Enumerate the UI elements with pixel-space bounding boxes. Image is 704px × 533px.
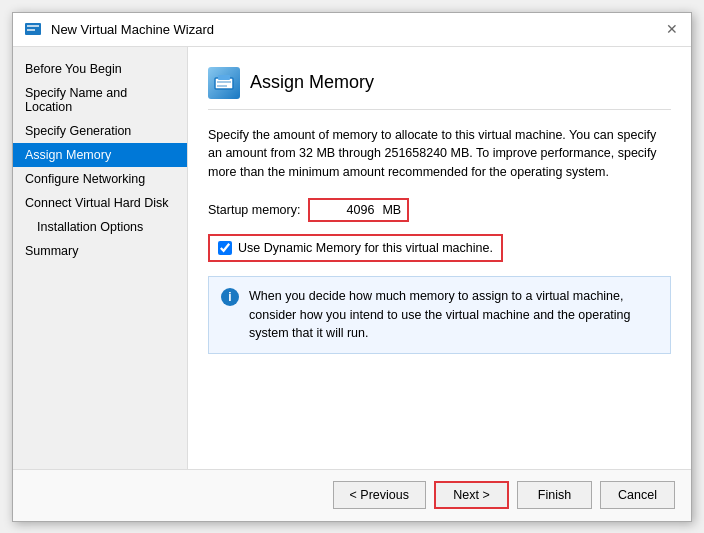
wizard-window: New Virtual Machine Wizard ✕ Before You … [12, 12, 692, 522]
footer: < Previous Next > Finish Cancel [13, 469, 691, 521]
page-title: Assign Memory [250, 72, 374, 93]
info-text: When you decide how much memory to assig… [249, 287, 658, 343]
info-box: i When you decide how much memory to ass… [208, 276, 671, 354]
sidebar-item-assign-memory[interactable]: Assign Memory [13, 143, 187, 167]
sidebar-item-installation-options[interactable]: Installation Options [13, 215, 187, 239]
main-content: Assign Memory Specify the amount of memo… [188, 47, 691, 469]
sidebar-item-before-you-begin[interactable]: Before You Begin [13, 57, 187, 81]
sidebar-item-specify-generation[interactable]: Specify Generation [13, 119, 187, 143]
sidebar-nav: Before You BeginSpecify Name and Locatio… [13, 57, 187, 263]
dynamic-memory-label[interactable]: Use Dynamic Memory for this virtual mach… [238, 241, 493, 255]
svg-rect-4 [218, 75, 230, 80]
main-description: Specify the amount of memory to allocate… [208, 126, 671, 182]
svg-rect-1 [27, 25, 39, 27]
content-area: Before You BeginSpecify Name and Locatio… [13, 47, 691, 469]
next-button[interactable]: Next > [434, 481, 509, 509]
cancel-button[interactable]: Cancel [600, 481, 675, 509]
startup-memory-input-wrapper: MB [308, 198, 409, 222]
startup-memory-row: Startup memory: MB [208, 198, 671, 222]
svg-rect-6 [217, 85, 227, 87]
sidebar-item-specify-name[interactable]: Specify Name and Location [13, 81, 187, 119]
svg-rect-5 [217, 81, 231, 83]
startup-memory-input[interactable] [310, 200, 380, 220]
title-bar-left: New Virtual Machine Wizard [23, 19, 214, 39]
previous-button[interactable]: < Previous [333, 481, 426, 509]
dynamic-memory-row[interactable]: Use Dynamic Memory for this virtual mach… [208, 234, 503, 262]
svg-rect-2 [27, 29, 35, 31]
close-button[interactable]: ✕ [663, 20, 681, 38]
finish-button[interactable]: Finish [517, 481, 592, 509]
memory-unit: MB [380, 200, 407, 220]
startup-memory-label: Startup memory: [208, 203, 300, 217]
info-icon: i [221, 288, 239, 306]
main-header-icon [208, 67, 240, 99]
dynamic-memory-checkbox[interactable] [218, 241, 232, 255]
sidebar-item-connect-virtual-hard-disk[interactable]: Connect Virtual Hard Disk [13, 191, 187, 215]
wizard-icon [23, 19, 43, 39]
title-bar-text: New Virtual Machine Wizard [51, 22, 214, 37]
main-header: Assign Memory [208, 67, 671, 110]
sidebar-item-configure-networking[interactable]: Configure Networking [13, 167, 187, 191]
sidebar-item-summary[interactable]: Summary [13, 239, 187, 263]
title-bar: New Virtual Machine Wizard ✕ [13, 13, 691, 47]
sidebar: Before You BeginSpecify Name and Locatio… [13, 47, 188, 469]
